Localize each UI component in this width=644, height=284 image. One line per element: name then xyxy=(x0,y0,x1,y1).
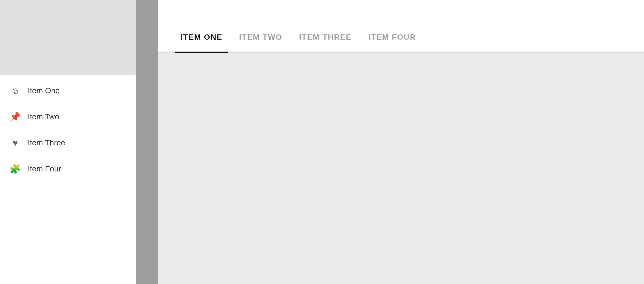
sidebar-item-four-label: Item Four xyxy=(28,164,61,173)
tab-item-three[interactable]: ITEM THREE xyxy=(293,0,357,52)
sidebar-header xyxy=(0,0,136,75)
scrollbar-divider[interactable] xyxy=(136,0,158,284)
sidebar-nav: ☺ Item One 📌 Item Two ♥ Item Three 🧩 Ite… xyxy=(0,75,136,284)
sidebar-item-three-label: Item Three xyxy=(28,138,65,147)
sidebar-item-three[interactable]: ♥ Item Three xyxy=(0,130,136,156)
tab-one-label: ITEM ONE xyxy=(180,33,222,47)
sidebar-item-one-label: Item One xyxy=(28,86,60,95)
tab-three-label: ITEM THREE xyxy=(299,33,352,47)
tab-content-area xyxy=(158,53,644,284)
smiley-icon: ☺ xyxy=(8,84,22,98)
tabs-bar: ITEM ONE ITEM TWO ITEM THREE ITEM FOUR xyxy=(158,0,644,53)
tab-item-four[interactable]: ITEM FOUR xyxy=(363,0,422,52)
tab-item-one[interactable]: ITEM ONE xyxy=(175,0,228,52)
heart-icon: ♥ xyxy=(8,136,22,150)
sidebar-item-two-label: Item Two xyxy=(28,112,59,121)
sidebar-item-two[interactable]: 📌 Item Two xyxy=(0,104,136,130)
tab-four-label: ITEM FOUR xyxy=(368,33,416,47)
puzzle-icon: 🧩 xyxy=(8,162,22,176)
main-content: ITEM ONE ITEM TWO ITEM THREE ITEM FOUR xyxy=(158,0,644,284)
tab-item-two[interactable]: ITEM TWO xyxy=(233,0,288,52)
sidebar-item-one[interactable]: ☺ Item One xyxy=(0,78,136,104)
sidebar: ☺ Item One 📌 Item Two ♥ Item Three 🧩 Ite… xyxy=(0,0,136,284)
pin-icon: 📌 xyxy=(8,110,22,124)
sidebar-item-four[interactable]: 🧩 Item Four xyxy=(0,156,136,182)
tab-two-label: ITEM TWO xyxy=(239,33,282,47)
